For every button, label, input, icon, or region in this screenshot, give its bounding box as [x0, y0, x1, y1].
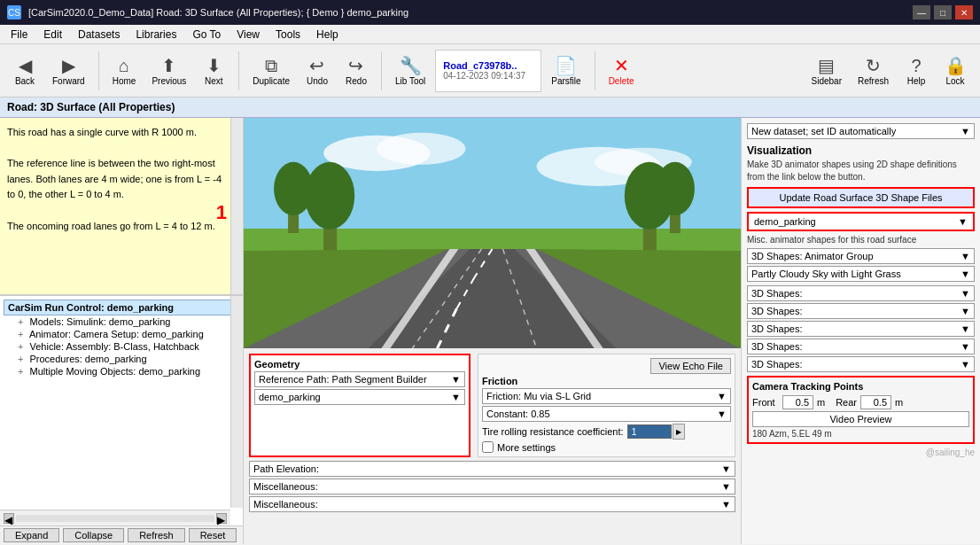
update-road-surface-button[interactable]: Update Road Surface 3D Shape Files	[747, 187, 975, 208]
tree-scrollbar[interactable]	[230, 296, 243, 508]
maximize-button[interactable]: □	[934, 5, 952, 19]
visualization-title: Visualization	[747, 144, 975, 157]
new-dataset-dropdown[interactable]: New dataset; set ID automatically ▼	[747, 123, 975, 139]
help-button[interactable]: ? Help	[898, 48, 934, 94]
filename-label: Road_c73978b..	[443, 60, 517, 71]
tree-hscroll-left[interactable]: ◀	[4, 513, 14, 524]
forward-icon: ▶	[62, 55, 75, 76]
animator-group-dropdown[interactable]: 3D Shapes: Animator Group ▼	[747, 248, 975, 264]
lib-tool-icon: 🔧	[400, 55, 422, 76]
tree-expand-5: +	[18, 366, 23, 377]
reference-path-dropdown[interactable]: Reference Path: Path Segment Builder ▼	[254, 371, 465, 387]
misc-dropdown-2[interactable]: Miscellaneous: ▼	[249, 496, 735, 512]
geo-demo-parking-dropdown[interactable]: demo_parking ▼	[254, 389, 465, 405]
dropdown-arrow-ag: ▼	[961, 251, 970, 261]
animator-group-row: 3D Shapes: Animator Group ▼	[747, 248, 975, 264]
menu-edit[interactable]: Edit	[36, 27, 69, 43]
dropdown-arrow-dp: ▼	[958, 216, 968, 227]
right-panel: New dataset; set ID automatically ▼ Visu…	[741, 118, 980, 544]
geometry-label: Geometry	[254, 359, 465, 370]
camera-title: Camera Tracking Points	[752, 381, 969, 392]
video-preview-button[interactable]: Video Preview	[752, 411, 969, 427]
refresh-icon: ↻	[866, 55, 881, 76]
tree-hscroll-track[interactable]	[16, 515, 214, 522]
shapes-dropdown-3[interactable]: 3D Shapes: ▼	[747, 321, 975, 337]
more-settings-label: More settings	[497, 442, 556, 453]
svg-point-13	[625, 162, 674, 230]
tree-child-animator[interactable]: + Animator: Camera Setup: demo_parking	[4, 328, 239, 340]
shapes-dropdown-1[interactable]: 3D Shapes: ▼	[747, 285, 975, 301]
refresh-button[interactable]: ↻ Refresh	[852, 48, 895, 94]
shapes-dropdown-2[interactable]: 3D Shapes: ▼	[747, 303, 975, 319]
duplicate-button[interactable]: ⧉ Duplicate	[246, 48, 296, 94]
parsfile-button[interactable]: 📄 Parsfile	[545, 48, 587, 94]
expand-button[interactable]: Expand	[4, 528, 59, 542]
reset-button[interactable]: Reset	[189, 528, 237, 542]
rear-value-input[interactable]	[860, 395, 891, 409]
left-panel: This road has a single curve with R 1000…	[0, 118, 244, 544]
redo-button[interactable]: ↪ Redo	[338, 48, 374, 94]
sidebar-button[interactable]: ▤ Sidebar	[805, 48, 848, 94]
tree-child-models[interactable]: + Models: Simulink: demo_parking	[4, 315, 239, 328]
lock-button[interactable]: 🔒 Lock	[937, 48, 973, 94]
home-button[interactable]: ⌂ Home	[106, 48, 143, 94]
parsfile-icon: 📄	[555, 55, 577, 76]
dropdown-arrow-7: ▼	[721, 499, 731, 510]
toolbar-right: ▤ Sidebar ↻ Refresh ? Help 🔒 Lock	[805, 48, 973, 94]
shapes-dropdown-4[interactable]: 3D Shapes: ▼	[747, 339, 975, 354]
demo-parking-right-dropdown[interactable]: demo_parking ▼	[749, 214, 973, 230]
front-value-input[interactable]	[782, 395, 813, 409]
misc-rows-2: Miscellaneous: ▼	[249, 496, 735, 512]
description-scrollbar[interactable]	[230, 118, 243, 294]
tire-resistance-row: Tire rolling resistance coefficient: ▶	[482, 424, 731, 440]
tree-bottom-scroll-area: ◀ ▶	[0, 510, 230, 526]
left-refresh-button[interactable]: Refresh	[128, 528, 185, 542]
file-date: 04-12-2023 09:14:37	[443, 71, 525, 81]
path-elevation-dropdown[interactable]: Path Elevation: ▼	[249, 461, 735, 477]
lib-tool-button[interactable]: 🔧 Lib Tool	[389, 48, 432, 94]
menu-help[interactable]: Help	[309, 27, 346, 43]
friction-mu-dropdown[interactable]: Friction: Mu via S-L Grid ▼	[482, 388, 731, 404]
menu-tools[interactable]: Tools	[268, 27, 307, 43]
window-controls[interactable]: — □ ✕	[913, 5, 973, 19]
sky-dropdown[interactable]: Partly Cloudy Sky with Light Grass ▼	[747, 266, 975, 282]
view-echo-button[interactable]: View Echo File	[650, 358, 731, 374]
more-settings-checkbox[interactable]	[482, 441, 494, 453]
next-icon: ⬇	[206, 55, 222, 76]
undo-button[interactable]: ↩ Undo	[299, 48, 335, 94]
tree-hscroll-right[interactable]: ▶	[216, 513, 227, 524]
geometry-box: Geometry Reference Path: Path Segment Bu…	[249, 354, 471, 457]
tree-child-procedures[interactable]: + Procedures: demo_parking	[4, 353, 239, 365]
update-btn-container: 3 Update Road Surface 3D Shape Files	[747, 187, 975, 212]
tire-value-input[interactable]	[627, 424, 672, 439]
close-button[interactable]: ✕	[955, 5, 973, 19]
next-button[interactable]: ⬇ Next	[196, 48, 231, 94]
menu-view[interactable]: View	[229, 27, 267, 43]
back-button[interactable]: ◀ Back	[7, 48, 43, 94]
delete-icon: ✕	[614, 55, 629, 76]
tree-child-vehicle[interactable]: + Vehicle: Assembly: B-Class, Hatchback	[4, 340, 239, 353]
front-m-label: m	[817, 397, 825, 408]
menu-libraries[interactable]: Libraries	[128, 27, 183, 43]
previous-button[interactable]: ⬆ Previous	[145, 48, 192, 94]
constant-dropdown[interactable]: Constant: 0.85 ▼	[482, 406, 731, 422]
demo-parking-container: 2 demo_parking ▼	[747, 212, 975, 231]
forward-button[interactable]: ▶ Forward	[46, 48, 91, 94]
misc-dropdown-1[interactable]: Miscellaneous: ▼	[249, 479, 735, 494]
tire-pick-button[interactable]: ▶	[673, 424, 685, 440]
dropdown-arrow-4: ▼	[717, 409, 727, 419]
tree-child-mmo[interactable]: + Multiple Moving Objects: demo_parking	[4, 365, 239, 378]
shapes-row-3: 3D Shapes: ▼	[747, 321, 975, 337]
menu-file[interactable]: File	[4, 27, 35, 43]
menu-datasets[interactable]: Datasets	[71, 27, 127, 43]
path-elevation-row: Path Elevation: ▼	[249, 461, 735, 477]
separator-1	[98, 51, 99, 90]
shapes-dropdown-5[interactable]: 3D Shapes: ▼	[747, 356, 975, 372]
menu-goto[interactable]: Go To	[185, 27, 228, 43]
tree-root-item[interactable]: CarSim Run Control: demo_parking	[4, 300, 239, 315]
front-label: Front	[752, 397, 779, 408]
collapse-button[interactable]: Collapse	[63, 528, 124, 542]
delete-button[interactable]: ✕ Delete	[603, 48, 641, 94]
minimize-button[interactable]: —	[913, 5, 930, 19]
title-bar: CS [CarSim2020.0_Demo_Data] Road: 3D Sur…	[0, 0, 980, 25]
